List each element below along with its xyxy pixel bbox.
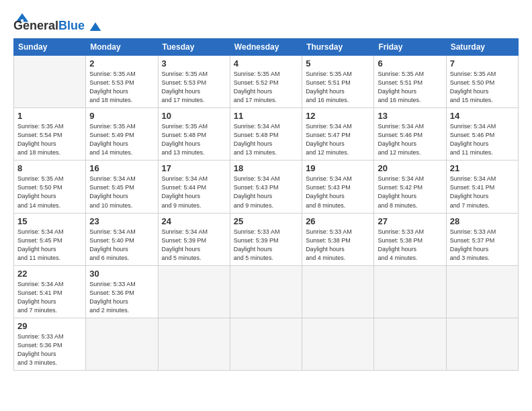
logo-blue-text: Blue — [58, 19, 85, 32]
calendar-day-cell: 8 Sunrise: 5:35 AMSunset: 5:50 PMDayligh… — [14, 161, 86, 213]
day-number: 16 — [89, 163, 154, 173]
calendar-day-cell: 2 Sunrise: 5:35 AMSunset: 5:53 PMDayligh… — [86, 56, 158, 108]
calendar-day-cell: 24 Sunrise: 5:34 AMSunset: 5:39 PMDaylig… — [158, 213, 230, 265]
day-number: 20 — [378, 163, 442, 173]
day-info: Sunrise: 5:34 AMSunset: 5:41 PMDaylight … — [450, 175, 515, 210]
day-info: Sunrise: 5:34 AMSunset: 5:41 PMDaylight … — [17, 280, 82, 315]
calendar-week-row: 2 Sunrise: 5:35 AMSunset: 5:53 PMDayligh… — [14, 56, 519, 108]
calendar-day-cell — [302, 318, 374, 370]
day-number: 27 — [378, 216, 442, 226]
day-info: Sunrise: 5:34 AMSunset: 5:45 PMDaylight … — [89, 175, 154, 210]
day-info: Sunrise: 5:35 AMSunset: 5:53 PMDaylight … — [89, 70, 154, 105]
day-number: 10 — [162, 111, 226, 121]
day-info: Sunrise: 5:34 AMSunset: 5:46 PMDaylight … — [378, 122, 442, 157]
day-info: Sunrise: 5:34 AMSunset: 5:42 PMDaylight … — [378, 175, 442, 210]
day-info: Sunrise: 5:34 AMSunset: 5:46 PMDaylight … — [450, 122, 515, 157]
header-wednesday: Wednesday — [230, 39, 302, 56]
calendar-table: Sunday Monday Tuesday Wednesday Thursday… — [13, 38, 519, 371]
calendar-day-cell: 11 Sunrise: 5:34 AMSunset: 5:48 PMDaylig… — [230, 108, 302, 161]
day-number: 28 — [450, 216, 515, 226]
day-info: Sunrise: 5:35 AMSunset: 5:52 PMDaylight … — [234, 70, 298, 105]
calendar-week-row: 15 Sunrise: 5:34 AMSunset: 5:45 PMDaylig… — [14, 213, 519, 265]
calendar-week-row: 29 Sunrise: 5:33 AMSunset: 5:36 PMDaylig… — [14, 318, 519, 370]
day-info: Sunrise: 5:34 AMSunset: 5:43 PMDaylight … — [306, 175, 370, 210]
day-number: 12 — [306, 111, 370, 121]
day-number: 8 — [17, 163, 82, 173]
day-number: 22 — [17, 269, 82, 279]
calendar-day-cell — [230, 265, 302, 318]
calendar-day-cell: 22 Sunrise: 5:34 AMSunset: 5:41 PMDaylig… — [14, 265, 86, 318]
calendar-day-cell: 3 Sunrise: 5:35 AMSunset: 5:53 PMDayligh… — [158, 56, 230, 108]
calendar-day-cell: 1 Sunrise: 5:35 AMSunset: 5:54 PMDayligh… — [14, 108, 86, 161]
calendar-day-cell — [374, 318, 446, 370]
calendar-day-cell: 6 Sunrise: 5:35 AMSunset: 5:51 PMDayligh… — [374, 56, 446, 108]
calendar-day-cell: 4 Sunrise: 5:35 AMSunset: 5:52 PMDayligh… — [230, 56, 302, 108]
calendar-day-cell: 20 Sunrise: 5:34 AMSunset: 5:42 PMDaylig… — [374, 161, 446, 213]
day-number: 13 — [378, 111, 442, 121]
day-number: 2 — [89, 58, 154, 68]
header-tuesday: Tuesday — [158, 39, 230, 56]
day-info: Sunrise: 5:35 AMSunset: 5:49 PMDaylight … — [89, 122, 154, 157]
day-info: Sunrise: 5:35 AMSunset: 5:54 PMDaylight … — [17, 122, 82, 157]
calendar-day-cell: 30 Sunrise: 5:33 AMSunset: 5:36 PMDaylig… — [86, 265, 158, 318]
calendar-page: GeneralBlue Sunday Monday Tuesday Wednes… — [0, 0, 532, 411]
calendar-day-cell: 18 Sunrise: 5:34 AMSunset: 5:43 PMDaylig… — [230, 161, 302, 213]
calendar-day-cell — [374, 265, 446, 318]
day-info: Sunrise: 5:34 AMSunset: 5:45 PMDaylight … — [17, 228, 82, 263]
header-friday: Friday — [374, 39, 446, 56]
day-number: 21 — [450, 163, 515, 173]
day-info: Sunrise: 5:34 AMSunset: 5:48 PMDaylight … — [234, 122, 298, 157]
day-number: 14 — [450, 111, 515, 121]
svg-marker-2 — [89, 22, 101, 31]
calendar-day-cell — [14, 56, 86, 108]
calendar-day-cell: 29 Sunrise: 5:33 AMSunset: 5:36 PMDaylig… — [14, 318, 86, 370]
calendar-day-cell: 21 Sunrise: 5:34 AMSunset: 5:41 PMDaylig… — [446, 161, 518, 213]
calendar-day-cell: 25 Sunrise: 5:33 AMSunset: 5:39 PMDaylig… — [230, 213, 302, 265]
calendar-day-cell: 10 Sunrise: 5:35 AMSunset: 5:48 PMDaylig… — [158, 108, 230, 161]
calendar-day-cell — [158, 318, 230, 370]
calendar-day-cell: 26 Sunrise: 5:33 AMSunset: 5:38 PMDaylig… — [302, 213, 374, 265]
day-info: Sunrise: 5:33 AMSunset: 5:38 PMDaylight … — [378, 228, 442, 263]
calendar-day-cell: 7 Sunrise: 5:35 AMSunset: 5:50 PMDayligh… — [446, 56, 518, 108]
weekday-header-row: Sunday Monday Tuesday Wednesday Thursday… — [14, 39, 519, 56]
header-sunday: Sunday — [14, 39, 86, 56]
day-number: 30 — [89, 269, 154, 279]
day-number: 29 — [17, 321, 82, 331]
calendar-day-cell — [446, 318, 518, 370]
calendar-day-cell — [158, 265, 230, 318]
day-info: Sunrise: 5:34 AMSunset: 5:39 PMDaylight … — [162, 228, 226, 263]
day-info: Sunrise: 5:34 AMSunset: 5:40 PMDaylight … — [89, 228, 154, 263]
calendar-day-cell: 13 Sunrise: 5:34 AMSunset: 5:46 PMDaylig… — [374, 108, 446, 161]
logo-area: GeneralBlue — [13, 11, 101, 33]
calendar-day-cell — [86, 318, 158, 370]
calendar-day-cell: 28 Sunrise: 5:33 AMSunset: 5:37 PMDaylig… — [446, 213, 518, 265]
calendar-week-row: 1 Sunrise: 5:35 AMSunset: 5:54 PMDayligh… — [14, 108, 519, 161]
day-number: 11 — [234, 111, 298, 121]
day-info: Sunrise: 5:35 AMSunset: 5:48 PMDaylight … — [162, 122, 226, 157]
day-number: 1 — [17, 111, 82, 121]
day-number: 19 — [306, 163, 370, 173]
day-info: Sunrise: 5:33 AMSunset: 5:36 PMDaylight … — [89, 280, 154, 315]
logo-triangle-icon — [89, 21, 101, 33]
calendar-day-cell: 27 Sunrise: 5:33 AMSunset: 5:38 PMDaylig… — [374, 213, 446, 265]
day-number: 4 — [234, 58, 298, 68]
day-info: Sunrise: 5:34 AMSunset: 5:44 PMDaylight … — [162, 175, 226, 210]
calendar-day-cell: 16 Sunrise: 5:34 AMSunset: 5:45 PMDaylig… — [86, 161, 158, 213]
day-info: Sunrise: 5:33 AMSunset: 5:36 PMDaylight … — [17, 332, 82, 367]
day-number: 7 — [450, 58, 515, 68]
calendar-day-cell: 9 Sunrise: 5:35 AMSunset: 5:49 PMDayligh… — [86, 108, 158, 161]
calendar-day-cell — [302, 265, 374, 318]
calendar-day-cell — [446, 265, 518, 318]
calendar-day-cell: 5 Sunrise: 5:35 AMSunset: 5:51 PMDayligh… — [302, 56, 374, 108]
day-info: Sunrise: 5:35 AMSunset: 5:53 PMDaylight … — [162, 70, 226, 105]
header-thursday: Thursday — [302, 39, 374, 56]
day-number: 26 — [306, 216, 370, 226]
day-info: Sunrise: 5:33 AMSunset: 5:38 PMDaylight … — [306, 228, 370, 263]
day-info: Sunrise: 5:34 AMSunset: 5:47 PMDaylight … — [306, 122, 370, 157]
calendar-day-cell: 15 Sunrise: 5:34 AMSunset: 5:45 PMDaylig… — [14, 213, 86, 265]
header-monday: Monday — [86, 39, 158, 56]
day-info: Sunrise: 5:35 AMSunset: 5:50 PMDaylight … — [450, 70, 515, 105]
calendar-day-cell — [230, 318, 302, 370]
header-saturday: Saturday — [446, 39, 518, 56]
calendar-week-row: 22 Sunrise: 5:34 AMSunset: 5:41 PMDaylig… — [14, 265, 519, 318]
